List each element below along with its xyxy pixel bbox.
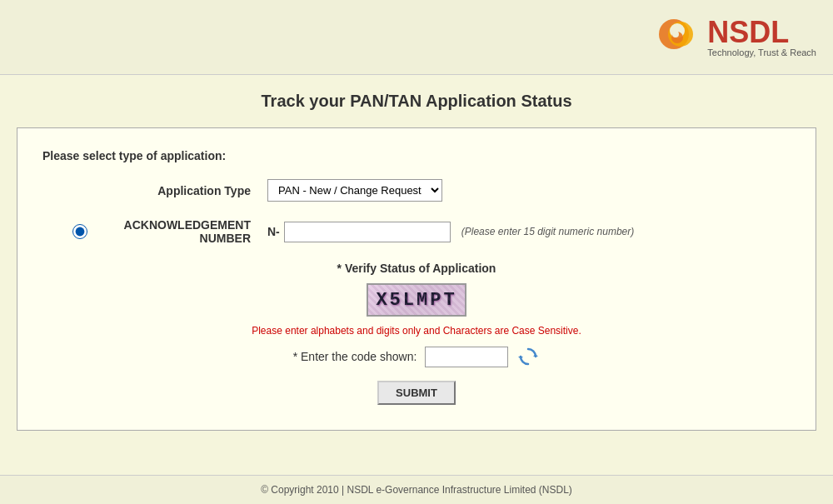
radio-col [59,224,101,239]
ack-input-group: N- (Please enter 15 digit numeric number… [267,222,634,242]
logo-text: NSDL Technology, Trust & Reach [707,17,816,57]
logo-nsdl-text: NSDL [707,17,816,47]
refresh-captcha-button[interactable] [516,345,540,368]
footer-text: © Copyright 2010 | NSDL e-Governance Inf… [261,484,572,496]
app-type-row: Application Type PAN - New / Change Requ… [42,179,791,202]
captcha-text: X5LMPT [376,290,456,311]
svg-point-4 [672,31,679,37]
code-label: * Enter the code shown: [293,350,417,363]
ack-prefix: N- [267,225,280,238]
ack-hint: (Please enter 15 digit numeric number) [461,226,634,237]
ack-row: ACKNOWLEDGEMENT NUMBER N- (Please enter … [42,218,791,245]
select-type-label: Please select type of application: [42,149,791,162]
svg-marker-5 [533,354,538,357]
ack-radio[interactable] [72,224,87,239]
captcha-title: * Verify Status of Application [337,262,496,275]
submit-button[interactable]: SUBMIT [377,381,456,405]
app-type-select[interactable]: PAN - New / Change Request PAN - Reprint… [267,179,442,202]
logo-container: NSDL Technology, Trust & Reach [656,16,816,59]
page-title: Track your PAN/TAN Application Status [261,92,571,111]
app-type-label: Application Type [59,184,267,197]
main-content: Track your PAN/TAN Application Status Pl… [0,75,833,475]
ack-label: ACKNOWLEDGEMENT NUMBER [101,218,267,245]
nsdl-logo-icon [656,16,699,59]
refresh-icon [517,346,539,367]
captcha-note: Please enter alphabets and digits only a… [252,325,581,337]
ack-number-input[interactable] [284,222,451,242]
captcha-image: X5LMPT [367,283,466,317]
header: NSDL Technology, Trust & Reach [0,0,833,75]
logo-tagline-text: Technology, Trust & Reach [707,47,816,57]
svg-marker-6 [518,357,523,359]
form-container: Please select type of application: Appli… [17,127,816,431]
captcha-input-row: * Enter the code shown: [293,345,541,368]
footer: © Copyright 2010 | NSDL e-Governance Inf… [0,475,833,504]
captcha-code-input[interactable] [425,347,508,367]
captcha-section: * Verify Status of Application X5LMPT Pl… [42,262,791,405]
